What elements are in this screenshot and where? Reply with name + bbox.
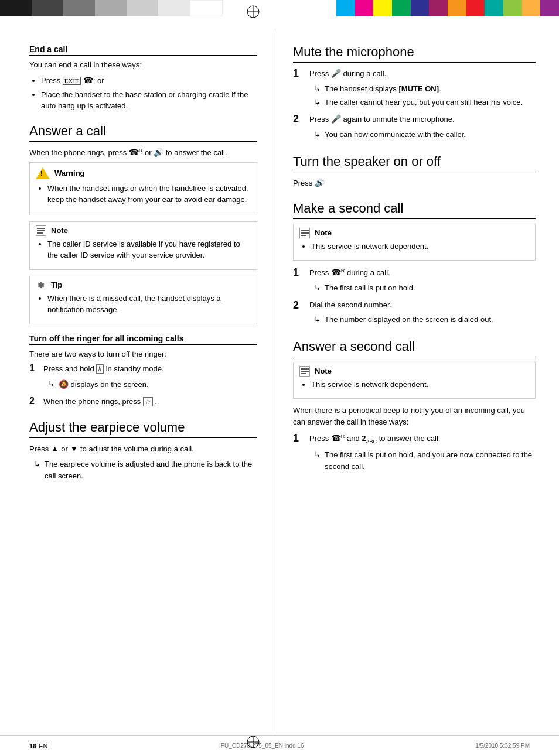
section-adjust-earpiece: Adjust the earpiece volume Press ▲ or ▼ … <box>29 420 257 481</box>
cbr1 <box>336 0 355 16</box>
section-answer-second-call: Answer a second call Note This service i… <box>293 339 536 474</box>
ringer-step2: 2 When the phone rings, press ☆ . <box>29 396 257 411</box>
end-a-call-item1: Press EXIT ☎; or <box>41 74 257 87</box>
cb2 <box>32 0 63 16</box>
end-a-call-list: Press EXIT ☎; or Place the handset to th… <box>41 74 257 112</box>
end-a-call-title: End a call <box>29 45 257 56</box>
second-call-step2-sub-text: The number displayed on the screen is di… <box>325 314 493 326</box>
note-box-answer-second: Note This service is network dependent. <box>293 362 536 399</box>
cb5 <box>127 0 158 16</box>
note-list-answer: The caller ID service is available if yo… <box>47 238 251 261</box>
svg-rect-10 <box>301 371 309 372</box>
cb1 <box>0 0 32 16</box>
turn-speaker-title: Turn the speaker on or off <box>293 154 536 172</box>
ringer-step1-num: 1 <box>29 363 43 374</box>
mute-step2-num: 2 <box>293 113 309 125</box>
color-bar-left <box>0 0 223 16</box>
note-text-answer: The caller ID service is available if yo… <box>47 238 251 261</box>
answer-second-step1-sub1: ↳ The first call is put on hold, and you… <box>314 449 536 472</box>
r-sup3: R <box>341 433 345 439</box>
mute-step1-sub2: ↳ The caller cannot hear you, but you ca… <box>314 97 536 108</box>
mute-step2-sub1-text: You can now communicate with the caller. <box>325 129 466 141</box>
section-answer-a-call: Answer a call When the phone rings, pres… <box>29 124 257 324</box>
mute-step1-sub2-text: The caller cannot hear you, but you can … <box>325 97 523 108</box>
warning-label: Warning <box>54 169 85 177</box>
mute-step2: 2 Press 🎤 again to unmute the microphone… <box>293 113 536 142</box>
make-second-call-title: Make a second call <box>293 201 536 219</box>
bell-slash-icon: 🔕 <box>59 379 69 389</box>
page-content: End a call You can end a call in these w… <box>0 29 559 733</box>
second-call-step1: 1 Press ☎R during a call. ↳ The first ca… <box>293 266 536 296</box>
warning-triangle-icon <box>36 167 50 179</box>
adjust-earpiece-intro: Press ▲ or ▼ to adjust the volume during… <box>29 443 257 455</box>
mute-step1: 1 Press 🎤 during a call. ↳ The handset d… <box>293 67 536 110</box>
tip-box-answer: ✽ Tip When there is a missed call, the h… <box>29 276 257 324</box>
right-column: Mute the microphone 1 Press 🎤 during a c… <box>275 29 559 733</box>
mute-step2-text: Press 🎤 again to unmute the microphone. <box>309 113 536 125</box>
note-label-second-call: Note <box>315 228 332 237</box>
cb7 <box>190 0 223 16</box>
warning-box-answer: Warning When the handset rings or when t… <box>29 162 257 215</box>
cbr3 <box>373 0 392 16</box>
note-text-second-call: This service is network dependent. <box>311 241 529 252</box>
note-label-answer: Note <box>51 226 68 235</box>
vol-up-icon: ▲ <box>51 444 59 453</box>
section-end-a-call: End a call You can end a call in these w… <box>29 45 257 112</box>
cbr6 <box>429 0 448 16</box>
answer-second-intro: When there is a periodical beep to notif… <box>293 405 536 427</box>
cbr10 <box>503 0 522 16</box>
cbr7 <box>448 0 466 16</box>
exit-key: EXIT <box>63 77 81 85</box>
section-mute-mic: Mute the microphone 1 Press 🎤 during a c… <box>293 45 536 142</box>
reg-mark-bottom-center <box>246 735 260 749</box>
mute-mic-icon1: 🎤 <box>331 69 341 78</box>
mute-step2-sub1: ↳ You can now communicate with the calle… <box>314 129 536 141</box>
second-call-step1-sub: ↳ The first call is put on hold. <box>314 282 536 294</box>
ringer-step1-text: Press and hold # in standby mode. <box>43 363 257 375</box>
section-make-second-call: Make a second call Note This service is … <box>293 201 536 327</box>
color-bar-top <box>0 0 559 16</box>
mute-ring-key: ☆ <box>143 397 153 406</box>
note-box-second-call: Note This service is network dependent. <box>293 224 536 261</box>
answer-a-call-title: Answer a call <box>29 124 257 142</box>
note-box-answer: Note The caller ID service is available … <box>29 221 257 270</box>
left-column: End a call You can end a call in these w… <box>0 29 275 733</box>
svg-rect-8 <box>301 235 306 236</box>
cbr9 <box>485 0 503 16</box>
adjust-sub1: ↳ The earpiece volume is adjusted and th… <box>34 459 257 481</box>
abc-sub: ABC <box>366 439 377 444</box>
cb3 <box>63 0 95 16</box>
second-call-step1-sub-text: The first call is put on hold. <box>325 282 415 294</box>
adjust-earpiece-title: Adjust the earpiece volume <box>29 420 257 438</box>
svg-rect-7 <box>301 232 309 234</box>
mute-step1-text: Press 🎤 during a call. <box>309 67 536 80</box>
phone-icon-r3: ☎ <box>331 433 341 443</box>
ringer-step1: 1 Press and hold # in standby mode. ↳ 🔕 … <box>29 363 257 392</box>
answer-a-call-intro: When the phone rings, press ☎R or 🔊 to a… <box>29 146 257 159</box>
arrow-second2: ↳ <box>314 314 325 326</box>
arrow-mute3: ↳ <box>314 129 325 141</box>
hash-key: # <box>96 364 104 374</box>
mute-step1-content: Press 🎤 during a call. ↳ The handset dis… <box>309 67 536 110</box>
second-call-step2: 2 Dial the second number. ↳ The number d… <box>293 299 536 327</box>
note-header-answer-second: Note <box>299 366 529 377</box>
mute-step1-num: 1 <box>293 67 309 80</box>
end-a-call-intro: You can end a call in these ways: <box>29 59 257 71</box>
note-label-answer-second: Note <box>315 367 332 375</box>
arrow-answer-second1: ↳ <box>314 449 325 472</box>
ringer-step1-sub: ↳ 🔕 displays on the screen. <box>48 378 257 391</box>
mute-step1-sub1-text: The handset displays [MUTE ON]. <box>325 83 441 95</box>
turn-off-ringer-title: Turn off the ringer for all incoming cal… <box>29 334 257 345</box>
ringer-step2-content: When the phone rings, press ☆ . <box>43 396 257 411</box>
arrow-icon-1: ↳ <box>48 378 59 391</box>
mute-on-label: [MUTE ON] <box>398 84 439 93</box>
cbr12 <box>540 0 559 16</box>
note-list-answer-second: This service is network dependent. <box>311 379 529 391</box>
r-sup2: R <box>341 268 345 273</box>
answer-second-step1-content: Press ☎R and 2ABC to answer the call. ↳ … <box>309 432 536 474</box>
answer-second-call-title: Answer a second call <box>293 339 536 357</box>
ringer-step1-sub-text: 🔕 displays on the screen. <box>59 378 149 391</box>
second-call-step2-text: Dial the second number. <box>309 299 536 311</box>
second-call-step2-sub: ↳ The number displayed on the screen is … <box>314 314 536 326</box>
tip-label: Tip <box>51 280 62 289</box>
